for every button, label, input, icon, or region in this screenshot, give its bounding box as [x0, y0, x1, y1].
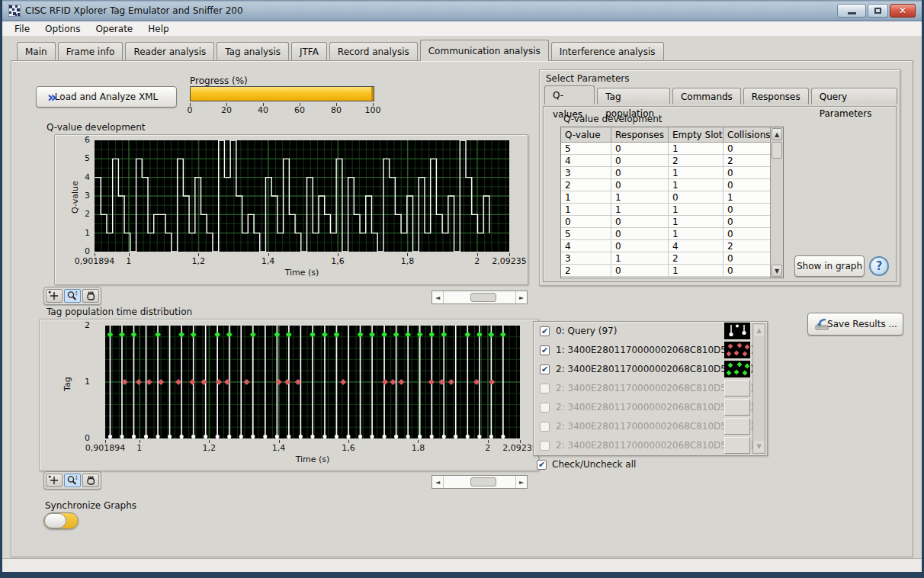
plot-style-button[interactable] — [724, 418, 750, 435]
scroll-right-icon[interactable]: ► — [515, 476, 527, 488]
legend-checkbox[interactable]: ✔ — [540, 326, 550, 336]
legend-item[interactable]: 2: 3400E2801170000002068C810D59 (83) — [534, 436, 767, 455]
scroll-down-icon[interactable]: ▼ — [754, 441, 764, 452]
table-cell: 0 — [611, 216, 669, 228]
legend-item[interactable]: ✔2: 3400E2801170000002068C810D59 (83) — [534, 360, 767, 379]
scroll-thumb[interactable] — [470, 293, 496, 302]
check-all-checkbox[interactable]: ✔ — [537, 460, 547, 470]
minimize-button[interactable] — [837, 4, 866, 18]
help-button[interactable]: ? — [869, 256, 889, 276]
scroll-thumb[interactable] — [470, 477, 496, 486]
legend-checkbox[interactable]: ✔ — [540, 345, 550, 355]
tag-population-plot-area[interactable] — [105, 326, 520, 438]
tab-jtfa[interactable]: JTFA — [291, 42, 327, 60]
plot-style-button[interactable] — [724, 399, 750, 416]
tab-record-analysis[interactable]: Record analysis — [329, 42, 418, 60]
table-cell: 1 — [669, 228, 723, 240]
legend-item[interactable]: 2: 3400E2801170000002068C810D59 (83) — [534, 417, 767, 436]
show-in-graph-button[interactable]: Show in graph — [794, 255, 865, 277]
synchronize-graphs-toggle[interactable] — [43, 512, 79, 529]
status-bar — [2, 558, 922, 572]
tab-reader-analysis[interactable]: Reader analysis — [125, 42, 214, 60]
table-v-scrollbar[interactable]: ▲ ▼ — [770, 127, 783, 278]
column-header-q-value[interactable]: Q-value — [561, 127, 611, 143]
app-window: CISC RFID Xplorer Tag Emulator and Sniff… — [0, 0, 924, 578]
tab-frame-info[interactable]: Frame info — [58, 42, 124, 60]
crosshair-icon — [48, 291, 60, 301]
load-and-analyze-xml-button[interactable]: » Load and Analyze XML — [36, 86, 177, 108]
scale-label: 0 — [188, 105, 193, 115]
menu-help[interactable]: Help — [140, 22, 176, 36]
save-icon — [814, 319, 829, 331]
table-cell: 0 — [611, 240, 669, 252]
tab-main[interactable]: Main — [17, 42, 56, 60]
q-graph-tool-palette — [43, 287, 101, 305]
scroll-left-icon[interactable]: ◄ — [432, 291, 444, 303]
scroll-down-icon[interactable]: ▼ — [772, 265, 782, 277]
scroll-up-icon[interactable]: ▲ — [772, 128, 782, 140]
legend-v-scrollbar[interactable]: ▲ ▼ — [752, 323, 765, 454]
window-bottom-border — [2, 572, 922, 578]
maximize-button[interactable] — [868, 4, 888, 18]
menu-file[interactable]: File — [7, 22, 37, 36]
tag-graph-h-scrollbar[interactable]: ◄ ► — [432, 475, 528, 489]
param-tab-commands[interactable]: Commands — [672, 88, 741, 104]
scale-label: 100 — [365, 105, 381, 115]
zoom-tool-button[interactable] — [64, 289, 81, 303]
q-value-graph-title: Q-value development — [47, 122, 146, 133]
plot-style-button[interactable] — [724, 437, 750, 454]
app-icon — [8, 5, 21, 17]
table-cell: 1 — [611, 252, 669, 265]
legend-checkbox[interactable] — [540, 384, 550, 393]
table-cell: 4 — [669, 240, 723, 252]
legend-item-label: 0: Query (97) — [556, 326, 617, 336]
legend-item[interactable]: ✔1: 3400E2801170000002068C810D5C (67) — [534, 341, 767, 360]
param-tab-tag-population[interactable]: Tag population — [597, 88, 670, 104]
pan-tool-button[interactable] — [82, 289, 99, 303]
tab-interference-analysis[interactable]: Interference analysis — [551, 42, 664, 60]
param-tab-query-parameters[interactable]: Query Parameters — [811, 88, 897, 104]
legend-item[interactable]: ✔0: Query (97) — [534, 322, 767, 341]
legend-checkbox[interactable]: ✔ — [540, 364, 550, 374]
legend-checkbox[interactable] — [540, 441, 550, 451]
param-tab-q-values[interactable]: Q-values — [544, 85, 595, 104]
param-tab-responses[interactable]: Responses — [743, 88, 809, 104]
scroll-right-icon[interactable]: ► — [515, 291, 527, 303]
legend-item[interactable]: 2: 3400E2801170000002068C810D59 (83) — [534, 398, 767, 417]
close-button[interactable]: ✕ — [890, 4, 916, 18]
crosshair-tool-button[interactable] — [46, 289, 63, 303]
table-cell: 4 — [561, 155, 611, 167]
table-cell: 0 — [723, 143, 771, 155]
x-tick-label: 0,901894 — [75, 256, 115, 266]
red-diamond-plot-style-icon[interactable] — [724, 342, 750, 358]
legend-item[interactable]: 2: 3400E2801170000002068C810D59 (83) — [534, 379, 767, 398]
q-value-x-axis-label: Time (s) — [95, 268, 509, 278]
scroll-up-icon[interactable]: ▲ — [754, 325, 764, 336]
legend-checkbox[interactable] — [540, 403, 550, 413]
table-cell: 0 — [611, 179, 669, 191]
menu-operate[interactable]: Operate — [88, 22, 140, 36]
table-cell: 0 — [723, 167, 771, 179]
green-diamond-plot-style-icon[interactable] — [724, 361, 750, 377]
scale-label: 60 — [294, 105, 305, 115]
zoom-tool-button[interactable] — [64, 474, 81, 487]
check-uncheck-all[interactable]: ✔ Check/Uncheck all — [537, 459, 636, 470]
column-header-responses[interactable]: Responses — [611, 127, 669, 143]
scroll-left-icon[interactable]: ◄ — [432, 476, 444, 488]
column-header-empty-slots[interactable]: Empty Slots — [669, 127, 723, 143]
pan-tool-button[interactable] — [82, 474, 99, 487]
tab-tag-analysis[interactable]: Tag analysis — [217, 42, 289, 60]
plot-style-button[interactable] — [724, 380, 750, 397]
save-results-button[interactable]: Save Results ... — [807, 313, 903, 336]
tab-communication-analysis[interactable]: Communication analysis — [420, 40, 549, 61]
scroll-thumb[interactable] — [772, 142, 782, 159]
q-graph-h-scrollbar[interactable]: ◄ ► — [432, 291, 528, 304]
table-row: 1101 — [561, 191, 783, 204]
q-value-plot-area[interactable] — [95, 140, 509, 252]
column-header-collisions[interactable]: Collisions — [723, 127, 771, 143]
table-row: 5010 — [561, 143, 783, 155]
crosshair-tool-button[interactable] — [46, 474, 63, 487]
white-lollipop-plot-style-icon[interactable] — [724, 323, 750, 339]
menu-options[interactable]: Options — [37, 22, 88, 36]
legend-checkbox[interactable] — [540, 422, 550, 432]
